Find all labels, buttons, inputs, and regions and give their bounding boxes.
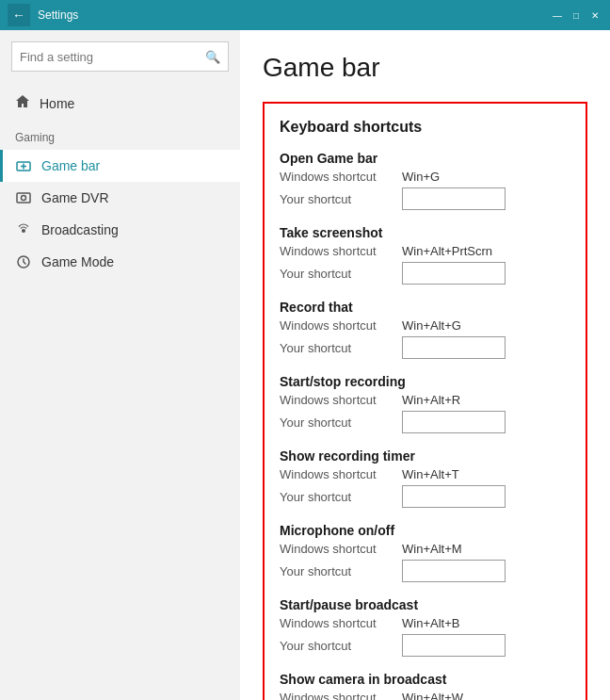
game-dvr-icon: [15, 189, 32, 206]
search-input[interactable]: [20, 50, 205, 64]
shortcut-name: Record that: [280, 300, 570, 315]
shortcut-name: Start/pause broadcast: [280, 597, 570, 612]
shortcut-group: Start/stop recording Windows shortcut Wi…: [280, 374, 570, 433]
your-shortcut-input[interactable]: [402, 485, 506, 508]
your-shortcut-input-wrapper: [402, 634, 506, 657]
section-label: Gaming: [0, 120, 240, 150]
windows-shortcut-value: Win+Alt+G: [402, 318, 461, 333]
sidebar-item-label: Game Mode: [41, 254, 114, 269]
sidebar-item-game-dvr[interactable]: Game DVR: [0, 182, 240, 214]
minimize-button[interactable]: —: [550, 8, 565, 23]
main-content: Game bar Keyboard shortcuts Open Game ba…: [240, 30, 610, 700]
shortcut-group: Open Game bar Windows shortcut Win+G You…: [280, 151, 570, 210]
shortcut-group: Show recording timer Windows shortcut Wi…: [280, 448, 570, 508]
sidebar-item-game-mode[interactable]: Game Mode: [0, 246, 240, 278]
sidebar-item-label: Game bar: [41, 158, 100, 173]
shortcuts-title: Keyboard shortcuts: [280, 119, 570, 136]
shortcut-windows-row: Windows shortcut Win+Alt+T: [280, 467, 570, 481]
your-shortcut-input[interactable]: [402, 336, 506, 359]
close-button[interactable]: ✕: [587, 8, 602, 23]
shortcut-group: Record that Windows shortcut Win+Alt+G Y…: [280, 300, 570, 359]
sidebar-item-label: Game DVR: [41, 190, 109, 205]
windows-shortcut-label: Windows shortcut: [280, 318, 402, 333]
your-shortcut-input-wrapper: [402, 336, 506, 359]
windows-shortcut-label: Windows shortcut: [280, 616, 402, 630]
svg-point-5: [22, 229, 25, 233]
windows-shortcut-value: Win+Alt+B: [402, 616, 459, 630]
title-bar-text: Settings: [38, 8, 550, 22]
sidebar-item-game-bar[interactable]: Game bar: [0, 150, 240, 182]
app-body: 🔍 Home Gaming Game bar Game DVR Broadcas…: [0, 30, 610, 700]
shortcut-your-row: Your shortcut: [280, 262, 570, 285]
shortcut-name: Microphone on/off: [280, 523, 570, 538]
shortcut-name: Start/stop recording: [280, 374, 570, 389]
game-bar-icon: [15, 157, 32, 174]
shortcut-windows-row: Windows shortcut Win+Alt+W: [280, 691, 570, 700]
shortcut-windows-row: Windows shortcut Win+Alt+M: [280, 542, 570, 556]
windows-shortcut-label: Windows shortcut: [280, 244, 402, 258]
windows-shortcut-label: Windows shortcut: [280, 393, 402, 407]
windows-shortcut-label: Windows shortcut: [280, 691, 402, 700]
back-button[interactable]: ←: [8, 4, 30, 26]
your-shortcut-input-wrapper: [402, 411, 506, 433]
shortcut-windows-row: Windows shortcut Win+Alt+G: [280, 318, 570, 333]
svg-rect-3: [17, 193, 30, 203]
shortcut-windows-row: Windows shortcut Win+Alt+PrtScrn: [280, 244, 570, 258]
sidebar-item-broadcasting[interactable]: Broadcasting: [0, 214, 240, 246]
home-label: Home: [40, 96, 74, 111]
svg-point-4: [22, 196, 26, 201]
windows-shortcut-value: Win+Alt+R: [402, 393, 460, 407]
shortcut-group: Show camera in broadcast Windows shortcu…: [280, 672, 570, 700]
page-title: Game bar: [263, 53, 587, 83]
shortcut-your-row: Your shortcut: [280, 485, 570, 508]
sidebar-item-label: Broadcasting: [41, 222, 119, 237]
shortcut-name: Show recording timer: [280, 448, 570, 464]
windows-shortcut-value: Win+G: [402, 170, 440, 184]
shortcut-your-row: Your shortcut: [280, 634, 570, 657]
your-shortcut-label: Your shortcut: [280, 415, 402, 430]
home-icon: [15, 94, 30, 112]
your-shortcut-label: Your shortcut: [280, 341, 402, 355]
nav-items: Game bar Game DVR Broadcasting Game Mode: [0, 150, 240, 278]
shortcut-group: Start/pause broadcast Windows shortcut W…: [280, 597, 570, 657]
your-shortcut-label: Your shortcut: [280, 639, 402, 653]
maximize-button[interactable]: □: [569, 8, 584, 23]
your-shortcut-input-wrapper: [402, 560, 506, 582]
search-box[interactable]: 🔍: [11, 41, 229, 72]
your-shortcut-label: Your shortcut: [280, 564, 402, 578]
broadcasting-icon: [15, 221, 32, 238]
shortcut-your-row: Your shortcut: [280, 187, 570, 210]
your-shortcut-label: Your shortcut: [280, 490, 402, 504]
sidebar: 🔍 Home Gaming Game bar Game DVR Broadcas…: [0, 30, 240, 700]
shortcut-group: Take screenshot Windows shortcut Win+Alt…: [280, 225, 570, 285]
your-shortcut-input[interactable]: [402, 262, 506, 285]
shortcut-windows-row: Windows shortcut Win+Alt+B: [280, 616, 570, 630]
title-bar: ← Settings — □ ✕: [0, 0, 610, 30]
shortcut-group: Microphone on/off Windows shortcut Win+A…: [280, 523, 570, 582]
your-shortcut-label: Your shortcut: [280, 267, 402, 281]
shortcut-your-row: Your shortcut: [280, 560, 570, 582]
shortcut-name: Show camera in broadcast: [280, 672, 570, 687]
windows-shortcut-value: Win+Alt+W: [402, 691, 463, 700]
your-shortcut-input[interactable]: [402, 187, 506, 210]
windows-shortcut-label: Windows shortcut: [280, 542, 402, 556]
shortcut-your-row: Your shortcut: [280, 411, 570, 433]
shortcut-windows-row: Windows shortcut Win+Alt+R: [280, 393, 570, 407]
shortcuts-box: Keyboard shortcuts Open Game bar Windows…: [263, 102, 587, 700]
your-shortcut-input[interactable]: [402, 560, 506, 582]
shortcut-name: Take screenshot: [280, 225, 570, 240]
your-shortcut-input[interactable]: [402, 411, 506, 433]
sidebar-item-home[interactable]: Home: [0, 87, 240, 120]
windows-shortcut-value: Win+Alt+M: [402, 542, 462, 556]
your-shortcut-input[interactable]: [402, 634, 506, 657]
your-shortcut-input-wrapper: [402, 485, 506, 508]
your-shortcut-input-wrapper: [402, 187, 506, 210]
game-mode-icon: [15, 253, 32, 270]
shortcut-name: Open Game bar: [280, 151, 570, 166]
shortcuts-list: Open Game bar Windows shortcut Win+G You…: [280, 151, 570, 700]
windows-shortcut-label: Windows shortcut: [280, 467, 402, 481]
your-shortcut-label: Your shortcut: [280, 192, 402, 206]
your-shortcut-input-wrapper: [402, 262, 506, 285]
windows-shortcut-value: Win+Alt+PrtScrn: [402, 244, 492, 258]
shortcut-windows-row: Windows shortcut Win+G: [280, 170, 570, 184]
